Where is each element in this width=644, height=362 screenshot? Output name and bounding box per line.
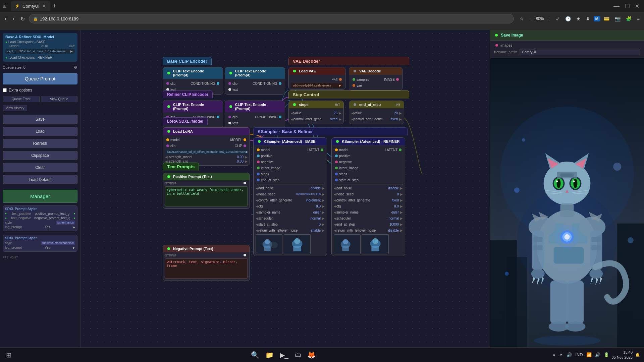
start-left[interactable]: ◀ [256, 223, 258, 226]
ctrl1-right[interactable]: ▶ [339, 117, 341, 121]
sched-left[interactable]: ◀ [256, 217, 258, 220]
restore-btn[interactable]: ❐ [623, 3, 632, 9]
refresh-btn[interactable]: Refresh [3, 139, 77, 148]
zoom-in-icon[interactable]: + [546, 15, 552, 22]
extra-options-checkbox[interactable] [3, 88, 7, 92]
forward-btn[interactable]: › [10, 14, 16, 23]
browser-profile[interactable]: M [594, 16, 600, 21]
noise-left[interactable]: ◀ [256, 186, 258, 190]
kr-ctrl-left[interactable]: ◀ [334, 198, 336, 202]
close-btn[interactable]: ✕ [633, 3, 641, 9]
browser-nav-icon[interactable]: ⊞ [3, 3, 7, 9]
expand-icon[interactable]: ⤢ [554, 15, 561, 22]
history-icon[interactable]: 🕐 [564, 15, 573, 22]
taskbar-volume[interactable]: 🔊 [595, 352, 600, 357]
end-left-arrow[interactable]: ◀ [351, 111, 354, 115]
steps-right-arrow[interactable]: ▶ [339, 111, 341, 115]
tab-close-btn[interactable]: ✕ [42, 3, 46, 9]
taskbar-terminal-btn[interactable]: ▶_ [278, 350, 290, 360]
taskbar-explorer-btn[interactable]: 🗂 [292, 350, 303, 359]
ctrl2-left[interactable]: ◀ [351, 117, 354, 121]
ret-right[interactable]: ▶ [322, 229, 325, 232]
negative-prompt-textarea[interactable]: watermark, text, signature, mirror, fram… [165, 258, 248, 279]
kr-noise-left[interactable]: ◀ [334, 186, 336, 190]
log-arrow[interactable]: ▶ [73, 226, 75, 229]
ctrl2-right[interactable]: ▶ [399, 117, 402, 121]
kr-end-left[interactable]: ◀ [334, 223, 336, 226]
active-tab[interactable]: ⚡ ComfyUI ✕ [11, 1, 50, 11]
queue-prompt-btn[interactable]: Queue Prompt [3, 73, 77, 84]
cfg-right[interactable]: ▶ [322, 204, 325, 208]
screenshot-icon[interactable]: 📷 [613, 15, 622, 22]
wallet-icon[interactable]: 💳 [602, 15, 611, 22]
kr-noise-right[interactable]: ▶ [400, 186, 403, 190]
kr-samp-right[interactable]: ▶ [400, 210, 403, 214]
taskbar-files-btn[interactable]: 📁 [263, 350, 276, 360]
ctrl-left[interactable]: ◀ [256, 198, 258, 202]
menu-icon[interactable]: ≡ [635, 15, 641, 22]
load-default-btn[interactable]: Load Default [3, 175, 77, 184]
kr-sch-right[interactable]: ▶ [400, 217, 403, 220]
start-menu-btn[interactable]: ⊞ [4, 350, 14, 360]
ctrl-gen-right[interactable]: ▶ [322, 198, 325, 202]
taskbar-arrow-up[interactable]: ∧ [552, 352, 556, 357]
sampler-right[interactable]: ▶ [322, 210, 325, 214]
new-tab-btn[interactable]: + [53, 3, 57, 10]
taskbar-notification[interactable]: 🔔 [635, 353, 640, 357]
kr-ctrl-right[interactable]: ▶ [400, 198, 403, 202]
ckpt-play-btn[interactable]: ▶ [70, 50, 73, 53]
kr-cfg-left[interactable]: ◀ [334, 204, 336, 208]
taskbar-search-btn[interactable]: 🔍 [249, 350, 261, 360]
noise-right[interactable]: ▶ [322, 186, 325, 190]
taskbar-battery[interactable]: 🔋 [604, 352, 609, 357]
taskbar-firefox-btn[interactable]: 🦊 [305, 350, 318, 360]
refresh-nav-btn[interactable]: ↻ [18, 14, 27, 23]
positive-prompt-textarea[interactable]: cybernetic cat wears futuristic armor, i… [165, 186, 248, 206]
kr-end-right[interactable]: ▶ [400, 223, 403, 226]
download-icon[interactable]: ⬇ [584, 15, 592, 22]
view-history-btn[interactable]: View History [3, 105, 27, 111]
kr-seed-right[interactable]: ▶ [400, 192, 403, 196]
view-queue-btn[interactable]: View Queue [41, 96, 78, 102]
kr-samp-left[interactable]: ◀ [334, 210, 336, 214]
settings-gear-icon[interactable]: ⚙ [74, 65, 77, 70]
load-btn[interactable]: Load [3, 127, 77, 136]
start-right[interactable]: ▶ [322, 223, 325, 226]
manager-btn[interactable]: Manager [3, 190, 77, 203]
vae-play-btn[interactable]: ▶ [339, 84, 341, 87]
clear-btn[interactable]: Clear [3, 163, 77, 172]
queue-front-btn[interactable]: Queue Front [3, 96, 40, 102]
sched-right[interactable]: ▶ [322, 217, 325, 220]
ret-left[interactable]: ◀ [256, 229, 258, 232]
back-btn[interactable]: ‹ [3, 14, 8, 23]
strength-model-arrow-right[interactable]: ▶ [245, 155, 248, 159]
extension-icon[interactable]: 🧩 [624, 15, 633, 22]
kr-cfg-right[interactable]: ▶ [400, 204, 403, 208]
taskbar-brightness[interactable]: ☀ [559, 352, 563, 357]
kr-ret-left[interactable]: ◀ [334, 229, 336, 232]
end-right-arrow[interactable]: ▶ [399, 111, 402, 115]
cfg-left[interactable]: ◀ [256, 204, 258, 208]
kr-sch-left[interactable]: ◀ [334, 217, 336, 220]
lora-browse-btn[interactable]: ▶ [246, 150, 248, 154]
save-btn[interactable]: Save [3, 115, 77, 124]
kr-ret-right[interactable]: ▶ [400, 229, 403, 232]
bookmark-icon[interactable]: ★ [575, 15, 582, 22]
seed-right[interactable]: ▶ [322, 192, 325, 196]
canvas-area[interactable]: Base CLIP Encoder CLIP Text Encode (Prom… [80, 30, 490, 362]
strength-model-arrow-left[interactable]: ◀ [165, 155, 168, 159]
address-bar[interactable]: 🔒 192.168.0.100:8189 [29, 14, 514, 23]
log2-arrow[interactable]: ▶ [73, 246, 75, 249]
kr-seed-left[interactable]: ◀ [334, 192, 336, 196]
zoom-out-icon[interactable]: − [528, 15, 534, 22]
taskbar-network-icon[interactable]: 🔊 [567, 352, 572, 357]
filename-input[interactable] [520, 49, 640, 55]
star-icon[interactable]: ☆ [518, 15, 526, 22]
clipspace-btn[interactable]: Clipspace [3, 151, 77, 160]
taskbar-wifi[interactable]: 📶 [586, 352, 592, 357]
minimize-btn[interactable]: — [611, 3, 622, 10]
steps-left-arrow[interactable]: ◀ [291, 111, 293, 115]
strength-clip-arrow-right[interactable]: ▶ [245, 160, 248, 163]
seed-left[interactable]: ◀ [256, 192, 258, 196]
sampler-left[interactable]: ◀ [256, 210, 258, 214]
